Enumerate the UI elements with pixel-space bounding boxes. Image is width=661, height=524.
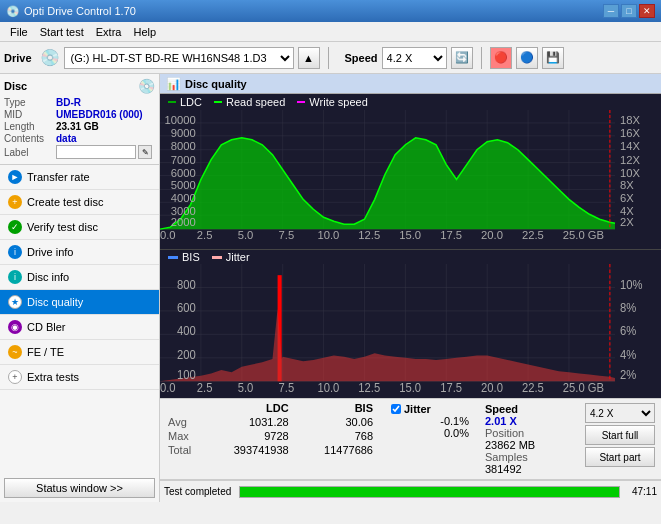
transfer-rate-label: Transfer rate	[27, 171, 90, 183]
minimize-button[interactable]: ─	[603, 4, 619, 18]
svg-text:10.0: 10.0	[317, 381, 339, 395]
right-controls: 4.2 X Start full Start part	[583, 401, 657, 477]
disc-type-row: Type BD-R	[4, 97, 155, 108]
menubar: File Start test Extra Help	[0, 22, 661, 42]
menu-extra[interactable]: Extra	[90, 24, 128, 40]
label-edit-button[interactable]: ✎	[138, 145, 152, 159]
sidebar-item-cd-bler[interactable]: ◉ CD Bler	[0, 315, 159, 340]
total-ldc: 393741938	[205, 443, 297, 457]
extra-tests-label: Extra tests	[27, 371, 79, 383]
legend-bis: BIS	[168, 251, 200, 263]
menu-file[interactable]: File	[4, 24, 34, 40]
extra-tests-icon: +	[8, 370, 22, 384]
speed-section: Speed 2.01 X Position 23862 MB Samples 3…	[479, 401, 579, 477]
fe-te-label: FE / TE	[27, 346, 64, 358]
sidebar-item-disc-quality[interactable]: ★ Disc quality	[0, 290, 159, 315]
jitter-col-label: Jitter	[404, 403, 431, 415]
contents-label: Contents	[4, 133, 56, 144]
chart-header-icon: 📊	[166, 77, 181, 91]
sidebar-item-extra-tests[interactable]: + Extra tests	[0, 365, 159, 390]
jitter-avg: -0.1%	[391, 415, 469, 427]
stats-table: LDC BIS Avg 1031.28 30.06 Max	[164, 401, 381, 457]
save-button[interactable]: 💾	[542, 47, 564, 69]
svg-text:10.0: 10.0	[317, 229, 339, 241]
sidebar-item-drive-info[interactable]: i Drive info	[0, 240, 159, 265]
svg-text:800: 800	[177, 277, 196, 291]
legend-ldc: LDC	[168, 96, 202, 108]
eject-button[interactable]: ▲	[298, 47, 320, 69]
svg-text:5.0: 5.0	[238, 381, 254, 395]
svg-text:2%: 2%	[620, 368, 637, 382]
sidebar-item-transfer-rate[interactable]: ► Transfer rate	[0, 165, 159, 190]
label-label: Label	[4, 147, 56, 158]
status-window-button[interactable]: Status window >>	[4, 478, 155, 498]
contents-value: data	[56, 133, 77, 144]
svg-text:17.5: 17.5	[440, 229, 462, 241]
disc-header: Disc 💿	[4, 78, 155, 94]
avg-ldc: 1031.28	[205, 415, 297, 429]
maximize-button[interactable]: □	[621, 4, 637, 18]
total-bis: 11477686	[297, 443, 381, 457]
statusbar: Test completed 47:11	[160, 480, 661, 502]
svg-text:2.5: 2.5	[197, 229, 213, 241]
svg-text:7.5: 7.5	[279, 229, 295, 241]
svg-text:17.5: 17.5	[440, 381, 462, 395]
refresh-button[interactable]: 🔄	[451, 47, 473, 69]
status-time: 47:11	[632, 486, 657, 497]
bis-label: BIS	[182, 251, 200, 263]
svg-text:25.0 GB: 25.0 GB	[563, 381, 604, 395]
speed-dropdown[interactable]: 4.2 X	[585, 403, 655, 423]
sidebar-item-verify-test-disc[interactable]: ✓ Verify test disc	[0, 215, 159, 240]
sidebar-item-disc-info[interactable]: i Disc info	[0, 265, 159, 290]
start-part-button[interactable]: Start part	[585, 447, 655, 467]
svg-text:20.0: 20.0	[481, 229, 503, 241]
close-button[interactable]: ✕	[639, 4, 655, 18]
drive-select[interactable]: (G:) HL-DT-ST BD-RE WH16NS48 1.D3	[64, 47, 294, 69]
svg-text:15.0: 15.0	[399, 229, 421, 241]
sidebar-item-fe-te[interactable]: ~ FE / TE	[0, 340, 159, 365]
svg-text:6X: 6X	[620, 192, 634, 204]
disc-quality-button[interactable]: 🔴	[490, 47, 512, 69]
max-ldc: 9728	[205, 429, 297, 443]
svg-text:10X: 10X	[620, 167, 641, 179]
drive-icon: 💿	[40, 48, 60, 67]
status-text: Test completed	[164, 486, 231, 497]
col-bis-header: BIS	[297, 401, 381, 415]
speed-value: 2.01 X	[485, 415, 573, 427]
svg-text:12.5: 12.5	[358, 229, 380, 241]
main-layout: Disc 💿 Type BD-R MID UMEBDR016 (000) Len…	[0, 74, 661, 502]
svg-text:5000: 5000	[171, 180, 196, 192]
drive-label: Drive	[4, 52, 32, 64]
speed-select[interactable]: 4.2 X	[382, 47, 447, 69]
app-icon: 💿	[6, 5, 20, 18]
menu-help[interactable]: Help	[127, 24, 162, 40]
jitter-checkbox[interactable]	[391, 404, 401, 414]
label-input[interactable]	[56, 145, 136, 159]
svg-text:4000: 4000	[171, 192, 196, 204]
svg-text:7.5: 7.5	[279, 381, 295, 395]
svg-text:2000: 2000	[171, 216, 196, 228]
sidebar-item-create-test-disc[interactable]: + Create test disc	[0, 190, 159, 215]
top-chart: 10000 9000 8000 7000 6000 5000 4000 3000…	[160, 110, 661, 250]
position-value: 23862 MB	[485, 439, 573, 451]
max-label: Max	[164, 429, 205, 443]
create-test-label: Create test disc	[27, 196, 103, 208]
svg-text:0.0: 0.0	[160, 229, 176, 241]
sidebar: Disc 💿 Type BD-R MID UMEBDR016 (000) Len…	[0, 74, 160, 502]
menu-starttest[interactable]: Start test	[34, 24, 90, 40]
start-full-button[interactable]: Start full	[585, 425, 655, 445]
svg-text:8%: 8%	[620, 301, 637, 315]
verify-test-label: Verify test disc	[27, 221, 98, 233]
svg-text:12.5: 12.5	[358, 381, 380, 395]
svg-text:14X: 14X	[620, 140, 641, 152]
svg-text:9000: 9000	[171, 127, 196, 139]
status-progress-fill	[240, 487, 619, 497]
type-value: BD-R	[56, 97, 81, 108]
disc-info-icon: i	[8, 270, 22, 284]
write-label: Write speed	[309, 96, 368, 108]
svg-text:7000: 7000	[171, 154, 196, 166]
svg-text:18X: 18X	[620, 114, 641, 126]
svg-text:2X: 2X	[620, 216, 634, 228]
jitter-section: Jitter -0.1% 0.0%	[385, 401, 475, 477]
scan-button[interactable]: 🔵	[516, 47, 538, 69]
